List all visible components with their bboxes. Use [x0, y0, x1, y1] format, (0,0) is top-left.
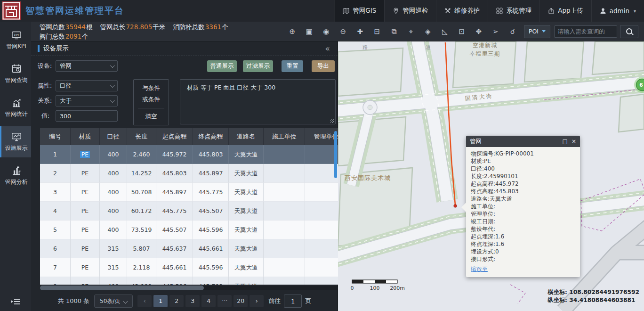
kpi-icon: kPI: [11, 30, 22, 40]
page-button[interactable]: 20: [233, 295, 248, 307]
network-stats: 管网总数35944根管网总长728.805千米消防栓总数3361个阀门总数209…: [40, 22, 288, 41]
popup-field-label: 起点高程:: [471, 180, 495, 187]
sidebar-item-设施展示[interactable]: 设施展示: [0, 126, 31, 157]
table-header-row: 编号材质口径长度起点高程终点高程道路名施工单位管理单位: [40, 128, 338, 145]
stat-label: 管网总数: [40, 23, 65, 31]
zoom-in-icon[interactable]: ⊕: [288, 27, 296, 36]
sidebar-collapse-button[interactable]: [0, 298, 31, 305]
full-extent-icon[interactable]: ▣: [305, 27, 313, 36]
page-button[interactable]: 4: [201, 295, 216, 307]
main-nav: 管网GIS管网巡检维修养护系统管理App上传admin▾: [334, 0, 644, 22]
page-button[interactable]: 3: [185, 295, 200, 307]
next-page-button[interactable]: ›: [250, 295, 264, 307]
popup-field-value: 1.6: [495, 233, 504, 240]
stats-toolbar: 管网总数35944根管网总长728.805千米消防栓总数3361个阀门总数209…: [31, 22, 644, 41]
sidebar-item-管网分析[interactable]: 管网分析: [0, 160, 31, 191]
table-row[interactable]: 4PE40060.172445.775445.507天翼大道: [40, 202, 338, 221]
clear-condition-button[interactable]: 清空: [145, 114, 157, 120]
zoom-to-link[interactable]: 缩放至: [471, 265, 488, 273]
pan-hand-icon[interactable]: ✥: [475, 27, 483, 36]
reset-button[interactable]: 重置: [282, 60, 303, 72]
sidebar-item-label: 管网查询: [5, 76, 28, 84]
flip-compare-icon[interactable]: ◺: [441, 27, 449, 36]
sidebar-item-管网查询[interactable]: 管网查询: [0, 58, 31, 90]
print-icon[interactable]: ⊟: [373, 27, 381, 36]
sidebar-item-管网统计[interactable]: 管网统计: [0, 92, 31, 123]
y-coord-label: 纵坐标:: [548, 297, 567, 303]
or-condition-button[interactable]: 或条件: [142, 97, 160, 103]
table-header-cell: 口径: [100, 128, 127, 145]
attribute-select[interactable]: 口径: [56, 80, 118, 91]
popup-field: 口径:400: [471, 165, 575, 172]
popup-field: 长度:2.45990101: [471, 172, 575, 180]
table-cell: 14.252: [127, 164, 156, 183]
divider: [138, 108, 164, 108]
horizontal-scrollbar-thumb[interactable]: [40, 286, 204, 290]
nav-item[interactable]: 管网巡检: [384, 0, 436, 22]
popup-title: 管网: [470, 138, 482, 146]
swipe-window-icon[interactable]: ⊡: [458, 27, 466, 36]
popup-field-label: 敷设年代:: [471, 226, 495, 232]
user-menu[interactable]: admin▾: [591, 0, 644, 22]
box-select-icon[interactable]: ➢: [491, 27, 499, 36]
identify-query-icon[interactable]: ☌: [508, 27, 516, 36]
stat-value: 2091: [65, 33, 82, 40]
svg-text:kPI: kPI: [14, 33, 18, 37]
relation-select[interactable]: 大于: [56, 95, 118, 106]
table-row[interactable]: 8PE40043.989445.596445.793天翼大道: [40, 277, 338, 285]
and-condition-button[interactable]: 与条件: [142, 85, 160, 91]
poi-type-select[interactable]: POI: [524, 25, 550, 38]
table-cell: PE: [71, 239, 100, 258]
filter-expression-textarea[interactable]: 材质 等于 PE 而且 口径 大于 300: [180, 79, 336, 124]
panel-collapse-button[interactable]: «: [325, 45, 330, 53]
sidebar: kPI管网KPI管网查询管网统计设施展示管网分析: [0, 22, 31, 311]
maximize-icon[interactable]: □: [563, 139, 568, 144]
page-size-select[interactable]: 50条/页: [94, 295, 133, 308]
value-input[interactable]: [56, 110, 118, 122]
table-cell: 5: [40, 221, 71, 239]
device-select[interactable]: 管网: [56, 60, 118, 72]
table-row[interactable]: 7PE3152.118445.661445.596天翼大道: [40, 258, 338, 277]
filter-display-button[interactable]: 过滤展示: [243, 60, 273, 72]
nav-item-label: 管网GIS: [353, 7, 376, 15]
prev-page-button[interactable]: ‹: [137, 295, 152, 307]
stat-unit: 个: [222, 23, 228, 31]
goto-page-input[interactable]: [284, 295, 302, 308]
close-icon[interactable]: ×: [572, 139, 576, 144]
map-search-input[interactable]: [554, 25, 617, 38]
system-grid-icon: [496, 8, 503, 14]
table-cell: 7: [40, 258, 71, 277]
sidebar-item-管网KPI[interactable]: kPI管网KPI: [0, 25, 31, 56]
locate-marker-icon[interactable]: ◉: [322, 27, 330, 36]
stat-label: 消防栓总数: [173, 23, 205, 31]
table-cell: 400: [100, 183, 127, 202]
table-vertical-scrollbar-thumb[interactable]: [334, 131, 337, 178]
nav-item[interactable]: 管网GIS: [334, 0, 384, 22]
page-button[interactable]: 2: [169, 295, 184, 307]
export-button[interactable]: 导出: [312, 60, 335, 72]
popup-field-label: 管理单位:: [471, 211, 495, 217]
add-marker-icon[interactable]: ✚: [356, 27, 364, 36]
nav-item[interactable]: App上传: [539, 0, 591, 22]
page-button[interactable]: 1: [153, 295, 168, 307]
table-horizontal-scrollbar[interactable]: [40, 286, 338, 290]
table-row[interactable]: 1PE4002.460445.972445.803天翼大道: [40, 145, 338, 164]
nav-item[interactable]: 系统管理: [488, 0, 539, 22]
search-button[interactable]: [620, 25, 638, 38]
table-cell: 60.172: [127, 202, 156, 221]
map-gis-icon: [343, 8, 349, 14]
copy-map-icon[interactable]: ⧉: [390, 27, 398, 36]
nav-item[interactable]: 维修养护: [436, 0, 488, 22]
remove-marker-icon[interactable]: ⊖: [339, 27, 347, 36]
clear-layers-icon[interactable]: ◈: [424, 27, 432, 36]
table-row[interactable]: 5PE40073.519445.507445.596天翼大道: [40, 221, 338, 239]
table-row[interactable]: 6PE3155.807445.637445.661天翼大道: [40, 239, 338, 258]
table-row[interactable]: 2PE40014.252445.803445.897天翼大道: [40, 164, 338, 183]
table-cell: 315: [100, 239, 127, 258]
map-canvas[interactable]: 6 空港新城 幸福里三期 国清大街 西安国际美术城 路 道 0 100 200m: [338, 41, 644, 311]
more-pages-button[interactable]: ···: [217, 295, 232, 307]
normal-display-button[interactable]: 普通展示: [207, 60, 237, 72]
table-row[interactable]: 3PE40050.708445.897445.775天翼大道: [40, 183, 338, 202]
device-label: 设备:: [38, 60, 52, 72]
measure-route-icon[interactable]: ⌖: [407, 27, 415, 36]
